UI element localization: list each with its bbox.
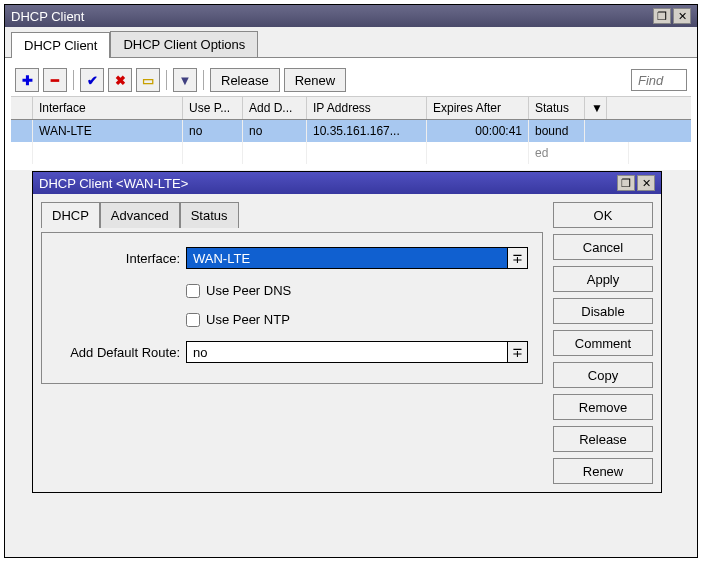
interface-dropdown[interactable]: ∓: [508, 247, 528, 269]
chevron-down-icon: ∓: [512, 345, 523, 360]
interface-label: Interface:: [56, 251, 186, 266]
dialog-window: DHCP Client <WAN-LTE> ❐ ✕ DHCP Advanced …: [32, 171, 662, 493]
comment-button[interactable]: Comment: [553, 330, 653, 356]
x-icon: ✖: [115, 73, 126, 88]
dialog-form: Interface: ∓ Use Peer DNS: [41, 232, 543, 384]
dialog-body: DHCP Advanced Status Interface: ∓ Use P: [33, 194, 661, 492]
dialog-titlebar: DHCP Client <WAN-LTE> ❐ ✕: [33, 172, 661, 194]
note-icon: ▭: [142, 73, 154, 88]
dialog-buttons: OK Cancel Apply Disable Comment Copy Rem…: [543, 202, 653, 484]
dialog-restore-button[interactable]: ❐: [617, 175, 635, 191]
tab-dhcp-client-options[interactable]: DHCP Client Options: [110, 31, 258, 57]
toolbar: ✚ ━ ✔ ✖ ▭ ▼ Release Renew: [11, 64, 691, 96]
toolbar-separator: [73, 70, 74, 90]
main-title: DHCP Client: [11, 9, 653, 24]
release-button[interactable]: Release: [210, 68, 280, 92]
enable-button[interactable]: ✔: [80, 68, 104, 92]
check-icon: ✔: [87, 73, 98, 88]
dtab-status[interactable]: Status: [180, 202, 239, 228]
col-flag[interactable]: [11, 97, 33, 119]
apply-button[interactable]: Apply: [553, 266, 653, 292]
use-peer-ntp-checkbox[interactable]: [186, 313, 200, 327]
use-peer-dns-checkbox[interactable]: [186, 284, 200, 298]
dialog-tabs: DHCP Advanced Status: [41, 202, 543, 228]
use-peer-dns-check[interactable]: Use Peer DNS: [186, 283, 291, 298]
renew-button[interactable]: Renew: [553, 458, 653, 484]
disable-button[interactable]: ✖: [108, 68, 132, 92]
table-row[interactable]: WAN-LTE no no 10.35.161.167... 00:00:41 …: [11, 120, 691, 142]
col-ip[interactable]: IP Address: [307, 97, 427, 119]
col-interface[interactable]: Interface: [33, 97, 183, 119]
ok-button[interactable]: OK: [553, 202, 653, 228]
row-default-route: Add Default Route: ∓: [56, 341, 528, 363]
col-status[interactable]: Status: [529, 97, 585, 119]
col-menu[interactable]: ▼: [585, 97, 607, 119]
disable-button[interactable]: Disable: [553, 298, 653, 324]
chevron-down-icon: ∓: [512, 251, 523, 266]
plus-icon: ✚: [22, 73, 33, 88]
default-route-label: Add Default Route:: [56, 345, 186, 360]
main-titlebar: DHCP Client ❐ ✕: [5, 5, 697, 27]
copy-button[interactable]: Copy: [553, 362, 653, 388]
use-peer-ntp-check[interactable]: Use Peer NTP: [186, 312, 290, 327]
grid: Interface Use P... Add D... IP Address E…: [11, 96, 691, 164]
remove-button[interactable]: Remove: [553, 394, 653, 420]
tab-dhcp-client[interactable]: DHCP Client: [11, 32, 110, 58]
dtab-advanced[interactable]: Advanced: [100, 202, 180, 228]
cancel-button[interactable]: Cancel: [553, 234, 653, 260]
col-use-peer[interactable]: Use P...: [183, 97, 243, 119]
dialog-title: DHCP Client <WAN-LTE>: [39, 176, 617, 191]
main-content: ✚ ━ ✔ ✖ ▭ ▼ Release Renew Interface Use …: [5, 57, 697, 170]
main-close-button[interactable]: ✕: [673, 8, 691, 24]
dtab-dhcp[interactable]: DHCP: [41, 202, 100, 228]
release-button[interactable]: Release: [553, 426, 653, 452]
table-row[interactable]: ed: [11, 142, 691, 164]
dialog-left: DHCP Advanced Status Interface: ∓ Use P: [41, 202, 543, 484]
main-restore-button[interactable]: ❐: [653, 8, 671, 24]
default-route-dropdown[interactable]: ∓: [508, 341, 528, 363]
comment-button[interactable]: ▭: [136, 68, 160, 92]
row-interface: Interface: ∓: [56, 247, 528, 269]
funnel-icon: ▼: [179, 73, 192, 88]
default-route-input[interactable]: [186, 341, 508, 363]
add-button[interactable]: ✚: [15, 68, 39, 92]
renew-button[interactable]: Renew: [284, 68, 346, 92]
interface-input[interactable]: [186, 247, 508, 269]
main-tabs: DHCP Client DHCP Client Options: [5, 27, 697, 57]
dialog-close-button[interactable]: ✕: [637, 175, 655, 191]
row-peer-dns: Use Peer DNS: [56, 283, 528, 298]
grid-header: Interface Use P... Add D... IP Address E…: [11, 96, 691, 120]
minus-icon: ━: [51, 73, 59, 88]
row-peer-ntp: Use Peer NTP: [56, 312, 528, 327]
toolbar-separator: [166, 70, 167, 90]
remove-button[interactable]: ━: [43, 68, 67, 92]
col-expires[interactable]: Expires After: [427, 97, 529, 119]
col-add-default[interactable]: Add D...: [243, 97, 307, 119]
find-input[interactable]: [631, 69, 687, 91]
filter-button[interactable]: ▼: [173, 68, 197, 92]
toolbar-separator: [203, 70, 204, 90]
